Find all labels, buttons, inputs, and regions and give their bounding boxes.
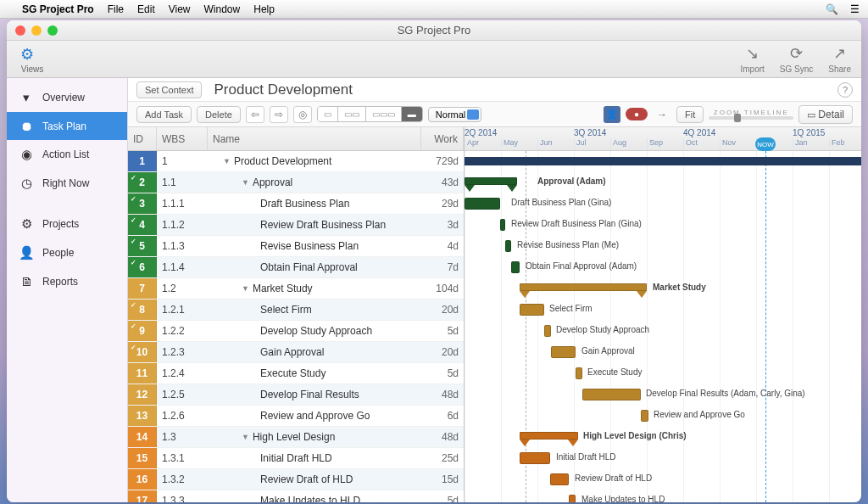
- sidebar: ▾Overview⏺Task Plan◉Action List◷Right No…: [7, 78, 128, 502]
- gantt-row[interactable]: High Level Design (Chris): [465, 427, 861, 448]
- gantt-row[interactable]: Revise Business Plan (Me): [465, 236, 861, 257]
- import-button[interactable]: ↘Import: [741, 44, 765, 75]
- gantt-row[interactable]: Select Firm: [465, 300, 861, 321]
- menubar-app-name[interactable]: SG Project Pro: [22, 3, 94, 15]
- table-row[interactable]: ✓101.2.3Gain Approval20d: [128, 342, 464, 363]
- delete-button[interactable]: Delete: [197, 106, 241, 123]
- table-row[interactable]: ✓51.1.3Revise Business Plan4d: [128, 236, 464, 257]
- gantt-task-bar[interactable]: [520, 304, 544, 316]
- gantt-summary-bar[interactable]: [520, 283, 647, 291]
- sidebar-item-projects[interactable]: ⚙Projects: [7, 210, 127, 238]
- menu-edit[interactable]: Edit: [137, 3, 155, 15]
- table-row[interactable]: ✓61.1.4Obtain Final Approval7d: [128, 257, 464, 278]
- gantt-row[interactable]: Review Draft Business Plan (Gina): [465, 215, 861, 236]
- menu-view[interactable]: View: [169, 3, 191, 15]
- gantt-chart[interactable]: 2Q 20143Q 20144Q 20141Q 2015AprMayJunJul…: [465, 127, 861, 502]
- table-row[interactable]: ✓31.1.1Draft Business Plan29d: [128, 193, 464, 215]
- window-zoom-button[interactable]: [47, 25, 58, 36]
- gantt-row[interactable]: Execute Study: [465, 363, 861, 384]
- layout-segment[interactable]: ▭▭▭▭▭▭▬: [317, 106, 423, 122]
- set-context-button[interactable]: Set Context: [136, 81, 202, 98]
- mode-select[interactable]: Normal: [428, 107, 481, 122]
- table-row[interactable]: 161.3.2Review Draft of HLD15d: [128, 469, 464, 490]
- gantt-task-bar[interactable]: [550, 473, 569, 485]
- table-row[interactable]: 151.3.1Initial Draft HLD25d: [128, 448, 464, 469]
- sidebar-item-task-plan[interactable]: ⏺Task Plan: [7, 112, 127, 140]
- gantt-row[interactable]: Obtain Final Approval (Adam): [465, 257, 861, 278]
- sidebar-item-action-list[interactable]: ◉Action List: [7, 140, 127, 169]
- window-close-button[interactable]: [15, 25, 25, 36]
- table-row[interactable]: 71.2▼Market Study104d: [128, 278, 464, 300]
- menu-extras-icon[interactable]: ☰: [850, 3, 860, 15]
- views-gear-icon[interactable]: ⚙: [17, 44, 37, 64]
- nav-back-button[interactable]: ⇦: [246, 106, 264, 123]
- gantt-task-bar[interactable]: [500, 219, 505, 231]
- filter-pill[interactable]: ●: [626, 108, 648, 120]
- gantt-row[interactable]: [465, 151, 861, 172]
- gantt-task-bar[interactable]: [569, 495, 576, 502]
- col-id[interactable]: ID: [128, 127, 157, 150]
- table-row[interactable]: ✓81.2.1Select Firm20d: [128, 300, 464, 321]
- sidebar-icon: ⚙: [19, 216, 34, 232]
- gantt-task-bar[interactable]: [582, 389, 641, 400]
- table-row[interactable]: 111.2.4Execute Study5d: [128, 363, 464, 384]
- sync-button[interactable]: ⟳SG Sync: [780, 44, 813, 75]
- share-button[interactable]: ↗Share: [828, 44, 851, 75]
- detail-button[interactable]: ▭ Detail: [798, 105, 853, 124]
- table-row[interactable]: 171.3.3Make Updates to HLD5d: [128, 490, 464, 502]
- nav-target-button[interactable]: ◎: [293, 106, 312, 123]
- fit-button[interactable]: Fit: [676, 106, 704, 123]
- table-row[interactable]: 11▼Product Development729d: [128, 151, 464, 172]
- table-row[interactable]: ✓21.1▼Approval43d: [128, 172, 464, 193]
- sidebar-item-people[interactable]: 👤People: [7, 238, 127, 267]
- gantt-summary-bar[interactable]: [465, 177, 517, 185]
- zoom-timeline[interactable]: ZOOM TIMELINE: [709, 109, 793, 120]
- gantt-row[interactable]: Develop Study Approach: [465, 321, 861, 342]
- gantt-row[interactable]: Draft Business Plan (Gina): [465, 193, 861, 215]
- app-window: SG Project Pro ⚙ Views ↘Import ⟳SG Sync …: [7, 20, 861, 502]
- sidebar-item-reports[interactable]: 🗎Reports: [7, 267, 127, 295]
- spotlight-icon[interactable]: 🔍: [826, 3, 838, 15]
- gantt-row[interactable]: Review and Approve Go: [465, 406, 861, 427]
- window-minimize-button[interactable]: [31, 25, 42, 36]
- col-work[interactable]: Work: [421, 127, 464, 150]
- gantt-task-bar[interactable]: [551, 346, 576, 358]
- menu-help[interactable]: Help: [253, 3, 275, 15]
- col-name[interactable]: Name: [208, 127, 421, 150]
- gantt-task-bar[interactable]: [505, 240, 511, 252]
- table-row[interactable]: 131.2.6Review and Approve Go6d: [128, 406, 464, 427]
- gantt-task-bar[interactable]: [641, 410, 648, 422]
- gantt-row[interactable]: Gain Approval: [465, 342, 861, 363]
- menu-file[interactable]: File: [108, 3, 124, 15]
- table-row[interactable]: 141.3▼High Level Design48d: [128, 427, 464, 448]
- col-wbs[interactable]: WBS: [157, 127, 208, 150]
- page-title: Product Development: [214, 81, 352, 98]
- table-row[interactable]: ✓91.2.2Develop Study Approach5d: [128, 321, 464, 342]
- gantt-row[interactable]: Market Study: [465, 278, 861, 300]
- sidebar-item-right-now[interactable]: ◷Right Now: [7, 169, 127, 198]
- help-button[interactable]: ?: [837, 82, 853, 98]
- gantt-task-bar[interactable]: [465, 198, 500, 210]
- import-icon: ↘: [741, 44, 765, 63]
- gantt-task-bar[interactable]: [544, 325, 551, 337]
- window-titlebar: SG Project Pro: [7, 20, 861, 41]
- gantt-row[interactable]: Make Updates to HLD: [465, 490, 861, 502]
- arrow-right-icon[interactable]: →: [653, 106, 671, 123]
- sidebar-item-overview[interactable]: ▾Overview: [7, 83, 127, 112]
- nav-fwd-button[interactable]: ⇨: [270, 106, 288, 123]
- gantt-task-bar[interactable]: [576, 367, 582, 379]
- user-avatar-icon[interactable]: 👤: [604, 106, 620, 123]
- gantt-row[interactable]: Develop Final Results (Adam, Carly, Gina…: [465, 384, 861, 406]
- table-row[interactable]: 121.2.5Develop Final Results48d: [128, 384, 464, 406]
- gantt-row[interactable]: Approval (Adam): [465, 172, 861, 193]
- gantt-row[interactable]: Review Draft of HLD: [465, 469, 861, 490]
- gantt-summary-bar[interactable]: [520, 432, 578, 440]
- table-row[interactable]: ✓41.1.2Review Draft Business Plan3d: [128, 215, 464, 236]
- gantt-row[interactable]: Initial Draft HLD: [465, 448, 861, 469]
- gantt-task-bar[interactable]: [511, 261, 520, 273]
- sidebar-icon: ◉: [19, 147, 34, 162]
- share-icon: ↗: [828, 44, 851, 63]
- gantt-task-bar[interactable]: [520, 452, 550, 464]
- add-task-button[interactable]: Add Task: [136, 106, 192, 123]
- menu-window[interactable]: Window: [204, 3, 241, 15]
